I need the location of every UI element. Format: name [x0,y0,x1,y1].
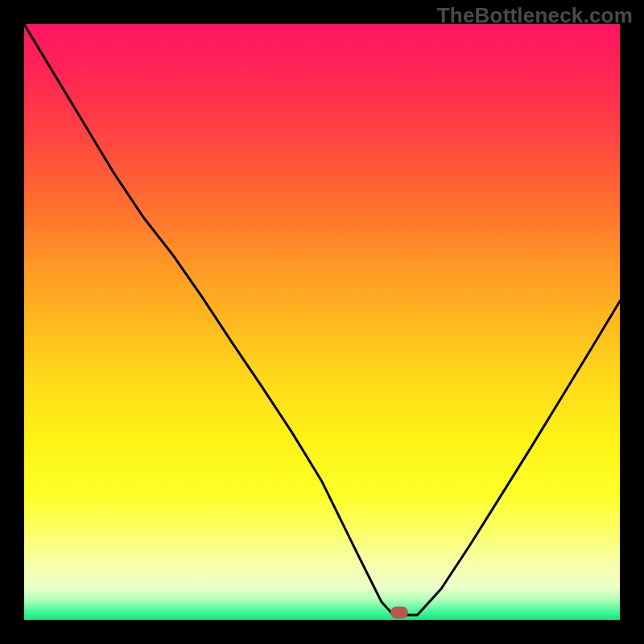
chart-frame: TheBottleneck.com [0,0,644,644]
svg-rect-0 [24,24,620,620]
minimum-marker [390,607,408,619]
plot-area [24,24,620,620]
gradient-background [24,24,620,620]
